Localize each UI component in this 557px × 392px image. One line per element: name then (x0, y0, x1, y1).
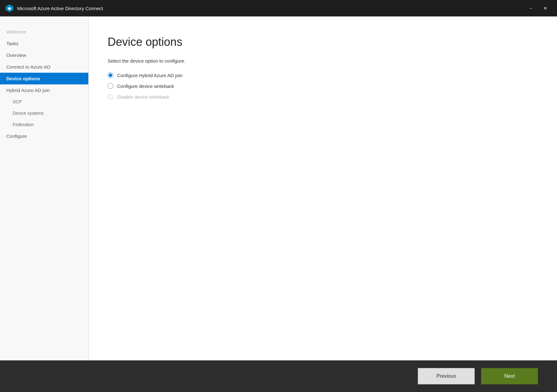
sidebar-item-tasks[interactable]: Tasks (0, 38, 88, 49)
sidebar-item-scp[interactable]: SCP (0, 96, 88, 107)
sidebar-item-configure[interactable]: Configure (0, 130, 88, 142)
minimize-button[interactable]: − (524, 3, 537, 13)
sidebar-item-overview[interactable]: Overview (0, 49, 88, 61)
radio-group: Configure Hybrid Azure AD joinConfigure … (108, 72, 538, 100)
previous-button[interactable]: Previous (418, 368, 475, 384)
next-button[interactable]: Next (481, 368, 538, 384)
close-button[interactable]: ✕ (539, 3, 552, 13)
page-subtitle: Select the device option to configure. (108, 58, 538, 64)
radio-label-hybrid-join: Configure Hybrid Azure AD join (117, 73, 183, 78)
radio-label-disable-writeback: Disable device writeback (117, 94, 169, 100)
radio-item-device-writeback[interactable]: Configure device writeback (108, 83, 538, 89)
page-title: Device options (108, 35, 538, 49)
app-icon (5, 4, 14, 13)
window-controls: − ✕ (524, 3, 552, 13)
app-title: Microsoft Azure Active Directory Connect (17, 6, 524, 11)
sidebar-item-device-systems[interactable]: Device systems (0, 107, 88, 119)
radio-input-hybrid-join[interactable] (108, 72, 113, 78)
radio-item-hybrid-join[interactable]: Configure Hybrid Azure AD join (108, 72, 538, 78)
sidebar: WelcomeTasksOverviewConnect to Azure ADD… (0, 16, 89, 360)
main-layout: WelcomeTasksOverviewConnect to Azure ADD… (0, 16, 557, 360)
content-area: Device options Select the device option … (89, 16, 557, 360)
footer: Previous Next (0, 360, 557, 392)
sidebar-item-device-options[interactable]: Device options (0, 73, 88, 84)
sidebar-item-connect-azure-ad[interactable]: Connect to Azure AD (0, 61, 88, 73)
radio-label-device-writeback: Configure device writeback (117, 83, 174, 89)
radio-input-disable-writeback[interactable] (108, 94, 113, 100)
radio-input-device-writeback[interactable] (108, 83, 113, 89)
radio-item-disable-writeback[interactable]: Disable device writeback (108, 94, 538, 100)
sidebar-item-hybrid-azure-ad-join[interactable]: Hybrid Azure AD join (0, 84, 88, 96)
sidebar-item-federation[interactable]: Federation (0, 119, 88, 130)
title-bar: Microsoft Azure Active Directory Connect… (0, 0, 557, 16)
sidebar-item-welcome[interactable]: Welcome (0, 26, 88, 38)
